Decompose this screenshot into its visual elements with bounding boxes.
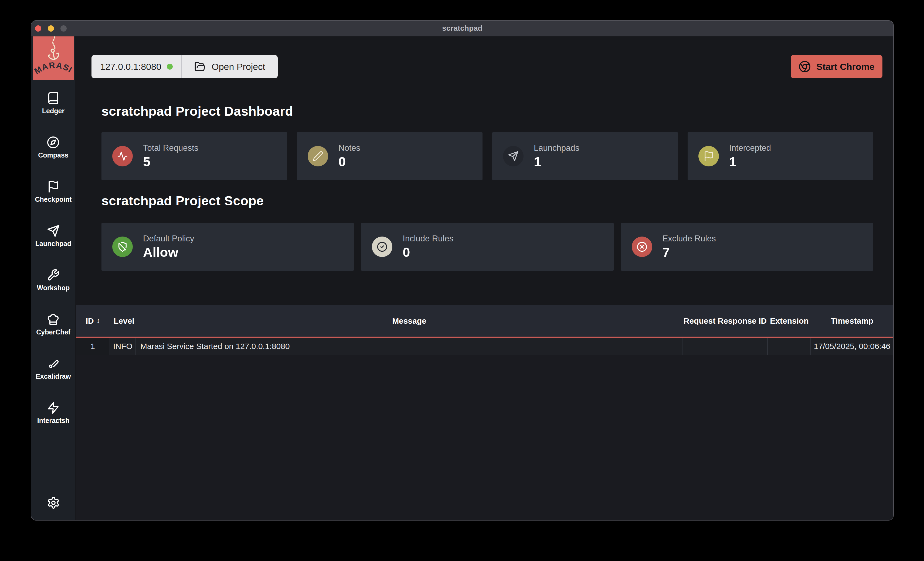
proxy-address-text: 127.0.0.1:8080 — [100, 61, 161, 72]
proxy-address: 127.0.0.1:8080 — [92, 55, 182, 78]
cell-id: 1 — [76, 338, 110, 355]
scope-value: 0 — [403, 245, 453, 259]
scope-icon-circle — [112, 236, 133, 257]
scope-label: Include Rules — [403, 234, 453, 243]
scope-label: Default Policy — [143, 234, 194, 243]
sidebar-item-label: Checkpoint — [35, 196, 72, 203]
anchor-logo-icon: MARASI — [33, 36, 74, 80]
stat-card-intercepted: Intercepted 1 — [688, 132, 873, 180]
stat-icon-circle — [308, 146, 328, 166]
sidebar-item-label: Compass — [38, 151, 69, 159]
stat-value: 1 — [729, 155, 771, 169]
cell-level: INFO — [110, 338, 136, 355]
sidebar: MARASI Ledger Compass Checkpoint — [31, 36, 75, 520]
zap-icon — [46, 401, 60, 414]
sidebar-item-label: Launchpad — [35, 240, 71, 248]
stat-icon-circle — [503, 146, 524, 166]
proxy-status-dot — [167, 64, 173, 70]
flag-icon — [47, 180, 60, 193]
start-chrome-label: Start Chrome — [816, 61, 874, 72]
column-header-id[interactable]: ID ↕ — [76, 305, 110, 337]
settings-button[interactable] — [47, 496, 60, 509]
start-chrome-button[interactable]: Start Chrome — [791, 55, 882, 78]
scope-icon-circle — [372, 236, 392, 257]
sidebar-item-compass[interactable]: Compass — [38, 136, 69, 159]
stat-icon-circle — [112, 146, 133, 166]
sidebar-item-label: Excalidraw — [36, 373, 71, 380]
sort-arrows-icon: ↕ — [97, 317, 100, 325]
sidebar-item-cyberchef[interactable]: CyberChef — [36, 313, 70, 336]
window-title: scratchpad — [442, 24, 482, 33]
proxy-control: 127.0.0.1:8080 Open Project — [92, 55, 278, 78]
close-button[interactable] — [35, 25, 41, 31]
sidebar-item-interactsh[interactable]: Interactsh — [37, 401, 69, 425]
sidebar-nav: Ledger Compass Checkpoint Launchpad Work… — [35, 92, 72, 425]
cell-timestamp: 17/05/2025, 00:06:46 — [811, 338, 893, 355]
column-header-message[interactable]: Message — [136, 305, 682, 337]
minimize-button[interactable] — [48, 25, 54, 31]
scope-card-include-rules: Include Rules 0 — [361, 223, 614, 271]
column-header-timestamp[interactable]: Timestamp — [811, 305, 893, 337]
check-circle-icon — [377, 241, 387, 252]
x-circle-icon — [637, 241, 647, 252]
column-header-level[interactable]: Level — [110, 305, 136, 337]
stat-value: 0 — [338, 155, 360, 169]
svg-text:MARASI: MARASI — [33, 60, 74, 76]
log-table: ID ↕ Level Message Request Response ID E… — [76, 305, 893, 520]
stat-label: Total Requests — [143, 144, 198, 153]
dashboard-title: scratchpad Project Dashboard — [102, 104, 293, 119]
folder-open-icon — [194, 61, 206, 72]
open-project-label: Open Project — [212, 61, 265, 72]
stat-label: Notes — [338, 144, 360, 153]
log-table-row[interactable]: 1 INFO Marasi Service Started on 127.0.0… — [76, 338, 893, 355]
logo-text: MARASI — [33, 60, 74, 76]
activity-icon — [117, 151, 128, 162]
paintbrush-icon — [46, 357, 60, 370]
stat-value: 5 — [143, 155, 198, 169]
title-bar: scratchpad — [31, 21, 893, 36]
sidebar-item-label: CyberChef — [36, 328, 70, 336]
sidebar-item-ledger[interactable]: Ledger — [42, 92, 64, 115]
column-header-extension[interactable]: Extension — [768, 305, 811, 337]
scope-cards: Default Policy Allow Include Rules 0 — [102, 223, 873, 271]
column-header-request-response-id[interactable]: Request Response ID — [682, 305, 768, 337]
send-icon — [47, 224, 60, 237]
cell-request-response-id — [682, 338, 768, 355]
dashboard-stat-cards: Total Requests 5 Notes 0 — [102, 132, 873, 180]
stat-label: Launchpads — [534, 144, 579, 153]
stat-icon-circle — [698, 146, 719, 166]
scope-label: Exclude Rules — [663, 234, 716, 243]
cell-extension — [768, 338, 811, 355]
book-icon — [46, 92, 60, 105]
main-content: 127.0.0.1:8080 Open Project Start Chrome… — [75, 36, 893, 520]
chef-hat-icon — [46, 313, 60, 326]
scope-value: Allow — [143, 245, 194, 259]
marasi-logo: MARASI — [33, 36, 74, 80]
sidebar-item-checkpoint[interactable]: Checkpoint — [35, 180, 72, 203]
sidebar-item-excalidraw[interactable]: Excalidraw — [36, 357, 71, 380]
open-project-button[interactable]: Open Project — [182, 55, 278, 78]
chrome-icon — [798, 60, 811, 73]
log-table-header: ID ↕ Level Message Request Response ID E… — [76, 305, 893, 338]
scope-title: scratchpad Project Scope — [102, 193, 264, 208]
scope-icon-circle — [632, 236, 652, 257]
shield-off-icon — [117, 241, 128, 252]
gear-icon — [47, 496, 60, 509]
pencil-icon — [312, 151, 323, 162]
flag-icon — [703, 151, 714, 162]
cell-message: Marasi Service Started on 127.0.0.1:8080 — [136, 338, 682, 355]
scope-value: 7 — [663, 245, 716, 259]
stat-card-launchpads: Launchpads 1 — [492, 132, 678, 180]
stat-label: Intercepted — [729, 144, 771, 153]
sidebar-item-workshop[interactable]: Workshop — [37, 269, 70, 292]
app-window: scratchpad MARASI — [31, 20, 894, 521]
wrench-icon — [46, 269, 60, 281]
zoom-button[interactable] — [60, 25, 67, 31]
sidebar-item-label: Interactsh — [37, 417, 69, 425]
compass-icon — [46, 136, 60, 149]
stat-card-total-requests: Total Requests 5 — [102, 132, 287, 180]
send-icon — [508, 151, 519, 162]
sidebar-item-label: Workshop — [37, 284, 70, 292]
sidebar-item-label: Ledger — [42, 107, 64, 115]
sidebar-item-launchpad[interactable]: Launchpad — [35, 224, 71, 248]
